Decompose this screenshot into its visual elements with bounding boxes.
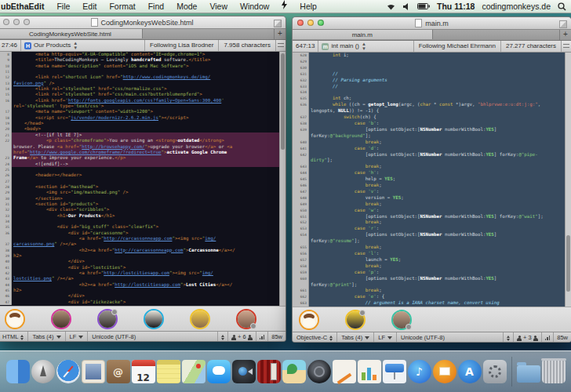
participant-avatar[interactable] bbox=[345, 310, 366, 330]
facetime-dock-icon[interactable] bbox=[232, 360, 256, 383]
code-editor[interactable]: 628 int i;629630631 //632 // Parsing arg… bbox=[293, 53, 571, 307]
monkey-logo-avatar[interactable] bbox=[5, 309, 25, 329]
zoom-button[interactable] bbox=[24, 19, 30, 25]
fullscreen-icon[interactable] bbox=[559, 20, 567, 28]
menu-user[interactable]: codingmonkeys.de bbox=[482, 2, 551, 11]
zoom-button[interactable] bbox=[318, 20, 324, 26]
participant-avatar[interactable] bbox=[190, 309, 210, 329]
title-bar[interactable]: main.m bbox=[293, 17, 571, 30]
scrollbar-thumb[interactable] bbox=[566, 235, 570, 291]
add-participant-control[interactable]: + 6 bbox=[227, 332, 256, 342]
system-preferences-dock-icon[interactable] bbox=[483, 360, 507, 383]
participant-avatar[interactable] bbox=[236, 309, 256, 329]
volume-icon[interactable] bbox=[403, 3, 410, 10]
menu-item-ubethaedit[interactable]: ubEthaEdit bbox=[0, 0, 50, 13]
wifi-icon[interactable] bbox=[386, 2, 396, 10]
traffic-lights bbox=[3, 19, 30, 25]
code-row: 15 <link rel="stylesheet" href="css/main… bbox=[0, 92, 286, 97]
tab-main-m[interactable]: main.m bbox=[293, 30, 433, 39]
fullscreen-icon[interactable] bbox=[274, 20, 282, 27]
participants-stepper[interactable] bbox=[217, 332, 227, 342]
vertical-scrollbar[interactable] bbox=[279, 52, 286, 306]
line-number: 17 bbox=[0, 109, 12, 114]
code-editor[interactable]: 8 <meta http-equiv="X-UA-Compatible" con… bbox=[0, 52, 286, 306]
encoding-popup[interactable]: Unicode (UTF-8) bbox=[397, 332, 503, 343]
numbers-dock-icon[interactable] bbox=[358, 360, 381, 383]
participant-avatar[interactable] bbox=[97, 309, 118, 329]
monkey-logo-avatar[interactable] bbox=[299, 310, 319, 330]
line-ending-popup[interactable]: LF bbox=[66, 332, 89, 342]
tab-width-popup[interactable]: Tabs (4) bbox=[337, 332, 374, 343]
pages-dock-icon[interactable] bbox=[333, 360, 356, 383]
code-row: 47 <div id="zickezacke"> bbox=[0, 299, 286, 305]
following-status[interactable]: Following Michael Ehrmann bbox=[413, 41, 500, 52]
scrollbar-thumb[interactable] bbox=[281, 53, 285, 150]
split-view-button[interactable] bbox=[275, 40, 286, 51]
vertical-scrollbar[interactable] bbox=[565, 53, 571, 307]
menu-item-file[interactable]: File bbox=[50, 0, 76, 13]
app-store-dock-icon[interactable]: A bbox=[458, 360, 482, 383]
window-title: main.m bbox=[415, 19, 449, 27]
photo-booth-dock-icon[interactable] bbox=[257, 360, 281, 383]
split-view-button[interactable] bbox=[561, 41, 571, 52]
code-row: 33 <h1>Our Products</h1> bbox=[0, 213, 286, 219]
trash-dock-icon[interactable] bbox=[542, 360, 566, 383]
document-proxy-icon[interactable] bbox=[91, 18, 98, 27]
avatar-status-badge-icon bbox=[111, 309, 118, 315]
menu-item-view[interactable]: View bbox=[203, 0, 234, 13]
following-status[interactable]: Following Lisa Brodner bbox=[144, 40, 218, 51]
tab-codingmonkeyswebsite[interactable]: CodingMonkeysWebSite.html bbox=[0, 29, 143, 38]
symbol-popup[interactable]: Our Products ▲▼ bbox=[34, 40, 78, 51]
new-tab-button[interactable]: + bbox=[559, 30, 571, 40]
battery-icon[interactable] bbox=[417, 3, 430, 9]
tab-width-popup[interactable]: Tabs (4) bbox=[28, 332, 65, 342]
new-tab-button[interactable]: + bbox=[274, 29, 286, 39]
maps-dock-icon[interactable] bbox=[182, 360, 205, 383]
menu-item-find[interactable]: Find bbox=[142, 0, 170, 13]
ibooks-dock-icon[interactable] bbox=[433, 360, 456, 383]
menu-clock[interactable]: Thu 11:18 bbox=[437, 2, 475, 11]
share-menu-lightning-icon[interactable] bbox=[275, 0, 293, 13]
notes-dock-icon[interactable] bbox=[157, 360, 180, 383]
participant-avatar[interactable] bbox=[144, 309, 164, 329]
line-ending-popup[interactable]: LF bbox=[374, 332, 397, 343]
finder-dock-icon[interactable] bbox=[6, 360, 30, 383]
add-participant-control[interactable]: + 3 bbox=[513, 332, 541, 343]
spotlight-icon[interactable] bbox=[558, 2, 566, 11]
title-bar[interactable]: CodingMonkeysWebSite.html bbox=[0, 16, 286, 29]
menu-item-window[interactable]: Window bbox=[234, 0, 275, 13]
messages-dock-icon[interactable] bbox=[207, 360, 231, 383]
code-row: 26 <header></header> bbox=[0, 172, 286, 178]
safari-dock-icon[interactable] bbox=[56, 360, 80, 383]
symbol-popup[interactable]: int main () ▲▼ bbox=[331, 41, 366, 52]
keynote-dock-icon[interactable] bbox=[383, 360, 406, 383]
encoding-popup[interactable]: Unicode (UTF-8) bbox=[88, 332, 217, 342]
minimize-button[interactable] bbox=[13, 19, 20, 25]
line-number: 633 bbox=[293, 84, 309, 90]
mode-popup[interactable]: Objective-C bbox=[293, 332, 337, 343]
close-button[interactable] bbox=[297, 20, 304, 26]
menu-item-help[interactable]: Help bbox=[293, 0, 323, 13]
calendar-dock-icon[interactable]: 12 bbox=[132, 360, 155, 383]
participants-stepper[interactable] bbox=[503, 332, 513, 343]
menu-item-edit[interactable]: Edit bbox=[76, 0, 103, 13]
participant-avatar[interactable] bbox=[51, 309, 71, 329]
code-row: 641 case 'd': bbox=[293, 146, 571, 152]
minimize-button[interactable] bbox=[307, 20, 314, 26]
menu-item-mode[interactable]: Mode bbox=[170, 0, 203, 13]
line-number: 660 bbox=[293, 276, 309, 282]
downloads-dock-icon[interactable] bbox=[517, 365, 540, 383]
menu-item-format[interactable]: Format bbox=[103, 0, 141, 13]
mode-popup[interactable]: HTML bbox=[0, 332, 28, 342]
iphoto-dock-icon[interactable] bbox=[282, 360, 306, 383]
contacts-dock-icon[interactable]: @ bbox=[107, 360, 130, 383]
line-number: 33 bbox=[0, 213, 12, 219]
participant-avatar[interactable] bbox=[391, 310, 412, 330]
document-proxy-icon[interactable] bbox=[415, 19, 422, 27]
line-number: 31 bbox=[0, 201, 12, 207]
itunes-dock-icon[interactable]: ♪ bbox=[408, 360, 431, 383]
close-button[interactable] bbox=[3, 19, 9, 25]
aperture-dock-icon[interactable] bbox=[307, 360, 331, 383]
mail-dock-icon[interactable] bbox=[82, 360, 105, 383]
launchpad-dock-icon[interactable] bbox=[31, 360, 55, 383]
